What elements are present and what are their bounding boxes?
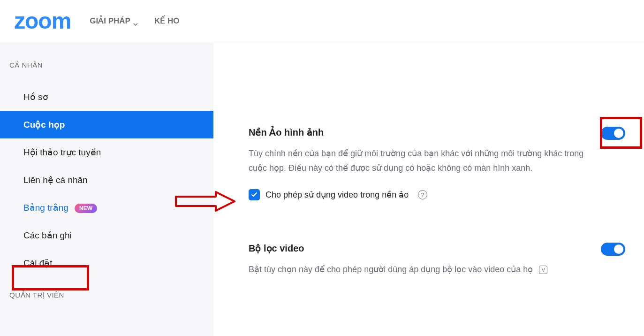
- sidebar-item-whiteboard[interactable]: Bảng trắng NEW: [0, 194, 213, 221]
- checkbox-allow-video[interactable]: [249, 189, 260, 200]
- setting-video-filter-title: Bộ lọc video: [249, 243, 625, 254]
- nav-plans[interactable]: KẾ HO: [154, 16, 180, 26]
- toggle-virtual-background[interactable]: [601, 127, 625, 140]
- sidebar: CÁ NHÂN Hồ sơ Cuộc họp Hội thảo trực tuy…: [0, 42, 213, 336]
- v-icon[interactable]: V: [539, 266, 547, 274]
- sidebar-item-whiteboard-label: Bảng trắng: [23, 203, 68, 213]
- section-personal: CÁ NHÂN: [0, 61, 213, 83]
- checkbox-allow-video-label: Cho phép sử dụng video trong nền ảo: [265, 190, 409, 200]
- help-icon[interactable]: ?: [418, 190, 427, 199]
- sidebar-item-settings[interactable]: Cài đặt: [0, 249, 213, 277]
- toggle-video-filter[interactable]: [601, 243, 625, 256]
- new-badge: NEW: [75, 204, 97, 213]
- zoom-logo[interactable]: zoom: [14, 8, 71, 34]
- setting-video-filter-desc: Bật tùy chọn này để cho phép người dùng …: [249, 262, 596, 277]
- section-admin: QUẢN TRỊ VIÊN: [0, 277, 213, 313]
- setting-virtual-background: Nền Ảo hình ảnh Tùy chỉnh nền của bạn để…: [249, 127, 625, 200]
- setting-video-filter-desc-text: Bật tùy chọn này để cho phép người dùng …: [249, 265, 533, 274]
- sidebar-item-webinars[interactable]: Hội thảo trực tuyến: [0, 138, 213, 166]
- nav-solutions[interactable]: GIẢI PHÁP: [90, 16, 138, 26]
- setting-virtual-background-title: Nền Ảo hình ảnh: [249, 127, 625, 138]
- checkbox-row-allow-video: Cho phép sử dụng video trong nền ảo ?: [249, 189, 625, 200]
- sidebar-item-meetings[interactable]: Cuộc họp: [0, 111, 213, 138]
- setting-video-filter: Bộ lọc video Bật tùy chọn này để cho phé…: [249, 243, 625, 277]
- nav-solutions-label: GIẢI PHÁP: [90, 16, 130, 26]
- header: zoom GIẢI PHÁP KẾ HO: [0, 0, 644, 42]
- sidebar-item-contacts[interactable]: Liên hệ cá nhân: [0, 166, 213, 194]
- sidebar-item-recordings[interactable]: Các bản ghi: [0, 221, 213, 249]
- sidebar-item-profile[interactable]: Hồ sơ: [0, 83, 213, 111]
- setting-virtual-background-desc: Tùy chỉnh nền của bạn để giữ môi trường …: [249, 146, 596, 175]
- main-content: Nền Ảo hình ảnh Tùy chỉnh nền của bạn để…: [213, 42, 644, 336]
- chevron-down-icon: [133, 19, 138, 23]
